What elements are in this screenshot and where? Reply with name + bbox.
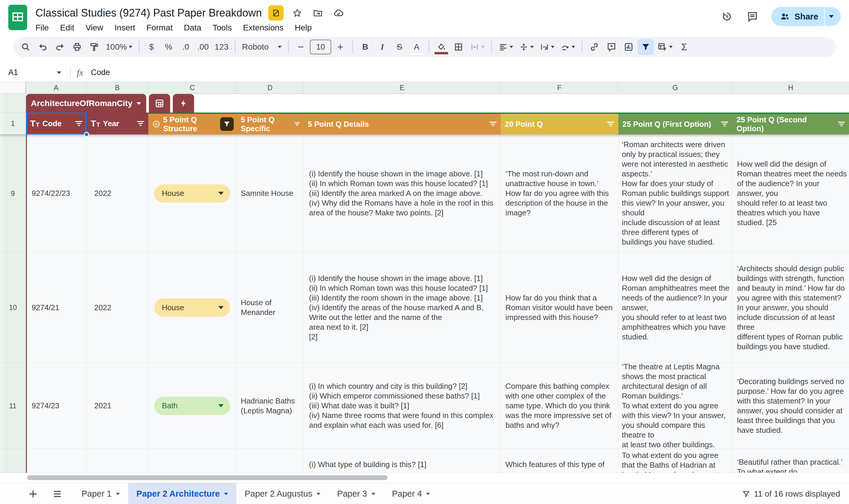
dropdown-chip-bath[interactable]: Bath [154, 397, 230, 415]
cell-specific[interactable]: House of Menander [237, 253, 304, 363]
column-header-f[interactable]: F [501, 82, 618, 94]
decrease-decimal-button[interactable]: .0 [178, 39, 194, 55]
menu-extensions[interactable]: Extensions [243, 23, 284, 33]
cell-year[interactable] [87, 449, 148, 473]
sheets-logo-icon[interactable] [8, 5, 27, 30]
borders-button[interactable] [451, 39, 467, 55]
cell-specific[interactable]: Hadrianic Baths (Leptis Magna) [237, 363, 304, 449]
menu-insert[interactable]: Insert [115, 23, 135, 33]
create-filter-button[interactable] [638, 39, 654, 55]
print-button[interactable] [69, 39, 85, 55]
font-select[interactable]: Roboto [239, 39, 284, 55]
menu-format[interactable]: Format [146, 23, 173, 33]
active-filter-icon[interactable] [220, 117, 234, 131]
cell-code[interactable]: 9274/22/23 [26, 134, 87, 253]
formula-input[interactable]: Code [91, 68, 110, 77]
column-header-c[interactable]: C [148, 82, 237, 94]
header-25-point-q-first[interactable]: 25 Point Q (First Option) [618, 112, 732, 134]
move-folder-icon[interactable] [311, 6, 325, 20]
sheet-tab-paper-4[interactable]: Paper 4 [384, 483, 439, 504]
cell-25-point-q-second[interactable]: ‘Beautiful rather than practical.’ To wh… [732, 449, 849, 473]
document-title[interactable]: Classical Studies (9274) Past Paper Brea… [35, 7, 262, 19]
cell-20-point-q[interactable]: ‘The most run-down and unattractive hous… [501, 134, 618, 253]
insert-link-button[interactable] [586, 39, 602, 55]
filter-icon[interactable] [294, 119, 301, 129]
name-box[interactable]: A1 [8, 68, 65, 77]
version-history-icon[interactable] [719, 10, 734, 24]
increase-decimal-button[interactable]: .00 [195, 39, 211, 55]
cell-specific[interactable]: Samnite House [237, 134, 304, 253]
text-rotation-button[interactable] [558, 39, 578, 55]
quick-actions-button[interactable] [173, 94, 194, 113]
sheet-tab-paper-2-augustus[interactable]: Paper 2 Augustus [236, 483, 329, 504]
cell-25-point-q-first[interactable]: ‘The theatre at Leptis Magna shows the m… [618, 363, 732, 449]
header-code[interactable]: TT Code [26, 112, 87, 134]
cell-details[interactable]: (i) Identify the house shown in the imag… [304, 253, 501, 363]
cell-structure[interactable]: House [148, 253, 237, 363]
share-button[interactable]: Share [771, 7, 841, 26]
column-header-a[interactable]: A [26, 82, 87, 94]
insert-chart-button[interactable] [621, 39, 637, 55]
cell-structure[interactable]: House [148, 134, 237, 253]
cell-specific[interactable] [237, 449, 304, 473]
column-header-b[interactable]: B [87, 82, 148, 94]
bold-button[interactable]: B [357, 39, 373, 55]
cell-25-point-q-first[interactable]: To what extent do you agree that the Bat… [618, 449, 732, 473]
fill-color-button[interactable] [433, 39, 449, 55]
increase-font-size-button[interactable] [332, 39, 348, 55]
star-icon[interactable] [290, 6, 304, 20]
selection-handle[interactable] [84, 132, 89, 137]
cell-code[interactable] [26, 449, 87, 473]
column-header-g[interactable]: G [618, 82, 732, 94]
dropdown-chip-house[interactable]: House [154, 184, 230, 203]
table-name-tab[interactable]: ArchitectureOfRomanCity [26, 94, 146, 113]
menu-file[interactable]: File [35, 23, 49, 33]
merge-cells-button[interactable] [468, 39, 487, 55]
text-wrap-button[interactable] [537, 39, 557, 55]
add-sheet-button[interactable] [25, 486, 41, 502]
cell-20-point-q[interactable]: Compare this bathing complex with one ot… [501, 363, 618, 449]
row-header-12[interactable] [0, 449, 26, 473]
cell-25-point-q-second[interactable]: ‘Decorating buildings served no purpose.… [732, 363, 849, 449]
cell-structure[interactable] [148, 449, 237, 473]
column-header-d[interactable]: D [237, 82, 304, 94]
redo-button[interactable] [52, 39, 68, 55]
scrollbar-thumb[interactable] [27, 475, 387, 480]
text-color-button[interactable]: A [409, 39, 424, 55]
cell-details[interactable]: (i) Identify the house shown in the imag… [304, 134, 501, 253]
row-header-10[interactable]: 10 [0, 253, 26, 363]
menu-edit[interactable]: Edit [60, 23, 74, 33]
filter-icon[interactable] [606, 119, 615, 129]
header-year[interactable]: TT Year [87, 112, 148, 134]
all-sheets-button[interactable] [49, 486, 66, 502]
header-5-point-q-structure[interactable]: 5 Point Q Structure [148, 112, 237, 134]
sheet-tab-paper-3[interactable]: Paper 3 [329, 483, 384, 504]
cell-structure[interactable]: Bath [148, 363, 237, 449]
cell-year[interactable]: 2022 [87, 134, 148, 253]
decrease-font-size-button[interactable] [293, 39, 309, 55]
format-currency-button[interactable]: $ [144, 39, 160, 55]
filter-icon[interactable] [488, 119, 498, 129]
column-header-e[interactable]: E [304, 82, 501, 94]
menu-data[interactable]: Data [184, 23, 201, 33]
cell-code[interactable]: 9274/23 [26, 363, 87, 449]
cell-details[interactable]: (i) In which country and city is this bu… [304, 363, 501, 449]
filter-icon[interactable] [837, 119, 846, 129]
font-size-input[interactable]: 10 [310, 40, 331, 54]
menu-view[interactable]: View [85, 23, 103, 33]
functions-button[interactable]: Σ [676, 39, 692, 55]
filter-icon[interactable] [720, 119, 729, 129]
share-dropdown-icon[interactable] [829, 15, 834, 18]
format-percent-button[interactable]: % [161, 39, 177, 55]
filter-views-button[interactable] [655, 39, 675, 55]
filter-icon[interactable] [74, 119, 84, 128]
paint-format-button[interactable] [86, 39, 102, 55]
zoom-select[interactable]: 100% [103, 39, 135, 55]
row-header-11[interactable]: 11 [0, 363, 26, 449]
dropdown-chip-house[interactable]: House [154, 299, 230, 317]
select-all-corner[interactable] [0, 82, 26, 94]
horizontal-align-button[interactable] [496, 39, 516, 55]
sheet-tab-paper-2-architecture[interactable]: Paper 2 Architecture [128, 483, 237, 504]
cell-details[interactable]: (i) What type of building is this? [1] [304, 449, 501, 473]
cell-year[interactable]: 2021 [87, 363, 148, 449]
